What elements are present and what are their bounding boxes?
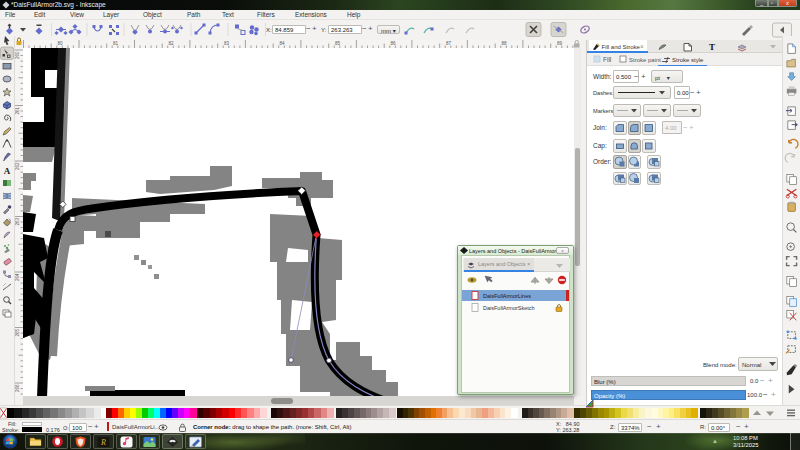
svg-text:89: 89 xyxy=(557,41,563,46)
svg-text:262: 262 xyxy=(15,162,20,170)
svg-text:265: 265 xyxy=(15,329,20,337)
svg-text:86: 86 xyxy=(390,41,396,46)
svg-text:80: 80 xyxy=(57,41,63,46)
svg-text:266: 266 xyxy=(15,384,20,392)
svg-text:Stroke paint: Stroke paint xyxy=(629,57,661,63)
svg-text:85: 85 xyxy=(335,41,341,46)
svg-text:84: 84 xyxy=(279,41,285,46)
svg-text:260: 260 xyxy=(15,51,20,59)
svg-text:81: 81 xyxy=(113,41,119,46)
svg-text:R: R xyxy=(100,438,106,447)
svg-text:264: 264 xyxy=(15,273,20,281)
svg-text:83: 83 xyxy=(224,41,230,46)
svg-text:Fill: Fill xyxy=(603,56,612,63)
svg-text:261: 261 xyxy=(15,107,20,115)
svg-text:263: 263 xyxy=(15,218,20,226)
svg-text:Stroke style: Stroke style xyxy=(672,57,704,63)
svg-text:Fill and Stroke: Fill and Stroke xyxy=(602,44,641,50)
svg-text:×: × xyxy=(640,43,644,50)
svg-text:A: A xyxy=(4,166,11,176)
svg-text:87: 87 xyxy=(446,41,452,46)
svg-text:82: 82 xyxy=(169,41,175,46)
svg-text:T: T xyxy=(709,42,715,52)
svg-text:88: 88 xyxy=(501,41,507,46)
